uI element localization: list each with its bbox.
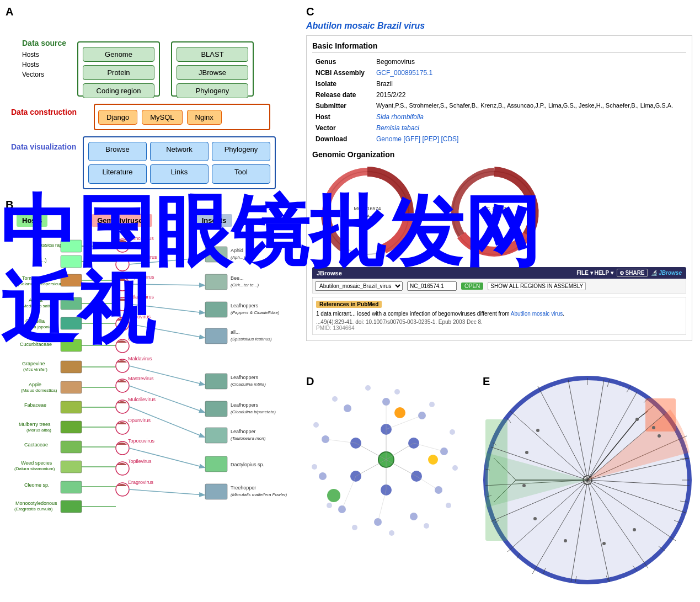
svg-rect-100 <box>205 328 227 344</box>
pubmed-citation: ...49(4):829-41. doi: 10.1007/s00705-003… <box>316 319 682 325</box>
jbrowse-btn[interactable]: JBrowse <box>177 65 248 80</box>
vector-link[interactable]: Bemisia tabaci <box>376 124 419 132</box>
svg-rect-109 <box>205 428 227 443</box>
svg-text:DNA-A: DNA-A <box>361 214 375 219</box>
mysql-btn[interactable]: MySQL <box>142 110 182 125</box>
nginx-btn[interactable]: Nginx <box>187 110 222 125</box>
jbrowse-sequence-input[interactable] <box>407 281 457 291</box>
svg-rect-103 <box>205 374 227 389</box>
hosts-header: Hosts <box>17 214 47 227</box>
svg-line-151 <box>386 460 416 476</box>
svg-text:Opunvirus: Opunvirus <box>128 418 151 423</box>
network-btn[interactable]: Network <box>150 142 209 161</box>
svg-text:Eragrovirus: Eragrovirus <box>128 480 154 485</box>
svg-line-160 <box>342 476 356 509</box>
download-cds[interactable]: [CDS] <box>441 135 458 143</box>
jbrowse-assembly-select[interactable]: Abutilon_mosaic_Brazil_virus <box>315 281 403 291</box>
svg-point-128 <box>410 513 418 520</box>
svg-text:Camellia: Camellia <box>25 318 45 324</box>
svg-point-162 <box>327 489 340 502</box>
svg-point-134 <box>394 389 400 395</box>
download-genome[interactable]: Genome <box>376 135 402 143</box>
download-gff[interactable]: [GFF] <box>403 135 420 143</box>
svg-text:Cucurbitaceae: Cucurbitaceae <box>20 342 52 347</box>
svg-rect-28 <box>61 401 82 413</box>
jbrowse-open-btn[interactable]: OPEN <box>461 283 483 290</box>
pubmed-text: 1 data micrant... iosed with a complex i… <box>316 310 682 318</box>
submitter-value: Wyant,P.S., Strohmeler,S., Schafer,B., K… <box>373 100 686 111</box>
jbrowse-share[interactable]: ⊕ SHARE <box>617 269 648 277</box>
basic-info-title: Basic Information <box>312 41 686 53</box>
svg-rect-12 <box>61 274 82 286</box>
svg-point-148 <box>428 455 438 465</box>
phylogeny-btn[interactable]: Phylogeny <box>177 83 248 98</box>
svg-point-135 <box>429 402 435 407</box>
gemini-header: Geminiviruses <box>92 214 152 227</box>
genome-circle-1: MC_016574 DNA-A <box>312 163 423 263</box>
svg-point-145 <box>332 396 338 402</box>
host-link[interactable]: Sida rhombifolia <box>376 113 424 121</box>
svg-text:Mastrevirus: Mastrevirus <box>128 376 154 381</box>
svg-line-158 <box>416 476 439 490</box>
virus-title: Abutilon mosaic Brazil virus <box>306 21 692 31</box>
svg-text:Topilevirus: Topilevirus <box>128 459 152 464</box>
blast-btn[interactable]: BLAST <box>177 47 248 62</box>
isolate-label: Isolate <box>312 78 373 89</box>
datavis-label: Data visualization <box>11 142 76 151</box>
release-label: Release date <box>312 89 373 100</box>
svg-line-89 <box>129 448 204 467</box>
download-pep[interactable]: [PEP] <box>422 135 439 143</box>
coding-btn[interactable]: Coding region <box>83 83 154 98</box>
svg-text:Treehopper: Treehopper <box>231 485 256 491</box>
svg-text:Begomovirus: Begomovirus <box>128 254 157 260</box>
svg-text:Capulavirus: Capulavirus <box>128 274 154 280</box>
svg-rect-23 <box>61 361 82 373</box>
svg-text:(Cicadulina bipunctato): (Cicadulina bipunctato) <box>231 409 276 414</box>
svg-line-86 <box>129 366 204 385</box>
links-btn[interactable]: Links <box>150 164 209 184</box>
svg-text:MC_016574: MC_016574 <box>354 206 381 211</box>
datasource-vectors: Vectors <box>22 71 44 78</box>
svg-rect-26 <box>61 381 82 393</box>
release-value: 2015/2/22 <box>373 89 686 100</box>
panel-b: Hosts Geminiviruses Insects (Brassica ra… <box>6 199 303 602</box>
svg-rect-7 <box>61 240 82 252</box>
tool-btn[interactable]: Tool <box>212 164 270 184</box>
svg-point-138 <box>446 503 451 508</box>
svg-point-143 <box>312 464 317 470</box>
phylogeny2-btn[interactable]: Phylogeny <box>212 142 270 161</box>
svg-point-142 <box>327 503 332 508</box>
svg-text:(Aph...): (Aph...) <box>231 255 245 260</box>
ncbi-link[interactable]: GCF_000895175.1 <box>376 69 432 77</box>
svg-text:Monocotyledonous: Monocotyledonous <box>15 500 57 506</box>
svg-text:Leafhopper: Leafhopper <box>231 429 256 434</box>
svg-line-84 <box>129 304 204 313</box>
svg-text:Grapevine: Grapevine <box>22 361 45 366</box>
svg-rect-20 <box>61 339 82 351</box>
svg-text:Fabaceae: Fabaceae <box>24 402 46 408</box>
svg-text:(Pappers & Cicadellidae): (Pappers & Cicadellidae) <box>231 310 280 315</box>
protein-btn[interactable]: Protein <box>83 65 154 80</box>
jbrowse-show-all-btn[interactable]: SHOW ALL REGIONS IN ASSEMBLY <box>488 282 586 290</box>
django-btn[interactable]: Django <box>98 110 137 125</box>
svg-line-90 <box>129 489 204 495</box>
svg-text:Weed species: Weed species <box>21 460 52 466</box>
submitter-label: Submitter <box>312 100 373 111</box>
svg-text:Aphid: Aphid <box>231 248 243 253</box>
genome-btn[interactable]: Genome <box>83 47 154 62</box>
svg-text:Dactylopius sp.: Dactylopius sp. <box>231 462 264 467</box>
panel-d <box>306 380 466 540</box>
svg-text:(Solanum lycopersicum): (Solanum lycopersicum) <box>18 281 65 286</box>
svg-point-215 <box>525 451 528 454</box>
svg-text:Mulberry trees: Mulberry trees <box>19 422 51 427</box>
svg-rect-91 <box>205 247 227 262</box>
svg-text:MC_01603: MC_01603 <box>482 206 506 211</box>
literature-btn[interactable]: Literature <box>88 164 147 184</box>
browse-btn[interactable]: Browse <box>88 142 147 161</box>
pubmed-link[interactable]: Abutilon mosaic virus <box>511 311 563 317</box>
svg-text:Turncovirus: Turncovirus <box>128 236 154 241</box>
isolate-value: Brazil <box>373 78 686 89</box>
datasource-geminiviruses: Hosts <box>22 51 39 58</box>
svg-text:Leafhoppers: Leafhoppers <box>231 303 259 308</box>
genus-value: Begomovirus <box>373 56 686 67</box>
